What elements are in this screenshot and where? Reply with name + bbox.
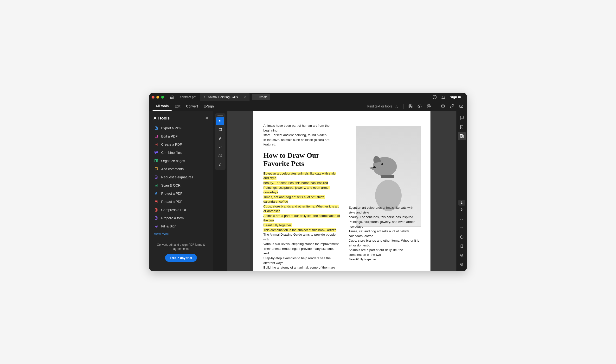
upload-cloud-icon[interactable] <box>417 104 422 108</box>
sidebar-item[interactable]: Request e-signatures <box>152 173 210 181</box>
page-up-icon[interactable]: ︿ <box>458 215 466 223</box>
svg-rect-24 <box>155 201 157 202</box>
sidebar-title: All tools <box>154 116 170 121</box>
minimize-window-button[interactable] <box>156 96 159 99</box>
sidebar-item-label: Request e-signatures <box>161 175 193 179</box>
text-box-tool[interactable]: A <box>216 152 224 160</box>
close-window-button[interactable] <box>152 96 154 99</box>
sidebar-item[interactable]: Export a PDF <box>152 124 210 132</box>
print-icon[interactable] <box>427 104 431 108</box>
svg-point-8 <box>443 105 444 106</box>
save-icon[interactable] <box>408 104 413 108</box>
sidebar-item-label: Edit a PDF <box>161 134 178 138</box>
divider <box>403 104 403 109</box>
rotate-icon[interactable] <box>458 233 466 241</box>
svg-rect-17 <box>155 160 156 162</box>
maximize-window-button[interactable] <box>161 96 164 99</box>
sidebar-item[interactable]: Combine files <box>152 149 210 157</box>
svg-rect-18 <box>156 160 158 162</box>
svg-rect-14 <box>155 151 156 152</box>
thumbnails-panel-icon[interactable] <box>458 132 466 140</box>
create-button[interactable]: ＋ Create <box>252 94 270 100</box>
draw-tool[interactable] <box>216 143 224 151</box>
sidebar-item[interactable]: Create a PDF <box>152 140 210 149</box>
menu-edit[interactable]: Edit <box>172 102 183 111</box>
page-display-icon[interactable] <box>458 242 466 250</box>
tool-icon <box>154 126 158 130</box>
pdf-page: Animals have been part of human art from… <box>253 111 430 271</box>
svg-point-2 <box>395 105 397 107</box>
close-tab-icon[interactable]: ✕ <box>243 95 246 99</box>
tool-icon <box>154 143 158 146</box>
sidebar-item[interactable]: Add comments <box>152 165 210 173</box>
help-icon[interactable] <box>432 95 437 99</box>
star-icon: ☆ <box>203 95 206 99</box>
eraser-tool[interactable] <box>216 160 224 169</box>
sidebar-item[interactable]: Scan & OCR <box>152 181 210 189</box>
total-pages: 9 <box>461 208 462 211</box>
sidebar: All tools ✕ Export a PDFEdit a PDFCreate… <box>149 111 213 271</box>
bookmarks-panel-icon[interactable] <box>458 123 466 131</box>
divider <box>436 104 436 109</box>
sidebar-item[interactable]: Prepare a form <box>152 214 210 222</box>
create-label: Create <box>259 95 268 99</box>
tool-icon <box>154 151 158 155</box>
mail-icon[interactable] <box>459 104 463 108</box>
tab-label: Animal Painting Skills.... <box>208 95 241 99</box>
sidebar-item[interactable]: Fill & Sign <box>152 222 210 230</box>
svg-line-45 <box>462 265 463 266</box>
signin-button[interactable]: Sign in <box>450 95 461 99</box>
bell-icon[interactable] <box>441 95 445 99</box>
close-sidebar-icon[interactable]: ✕ <box>205 116 208 121</box>
tool-icon <box>154 134 158 138</box>
svg-text:A: A <box>220 155 221 157</box>
search-box[interactable]: Find text or tools <box>367 104 398 108</box>
svg-rect-20 <box>155 184 157 187</box>
current-page-badge[interactable]: 1 <box>458 200 465 206</box>
sidebar-item-label: Combine files <box>161 151 182 155</box>
tool-icon <box>154 183 158 187</box>
svg-rect-19 <box>155 176 157 179</box>
document-viewport[interactable]: Animals have been part of human art from… <box>228 111 456 271</box>
tool-icon <box>154 167 158 171</box>
zoom-in-icon[interactable] <box>458 251 466 260</box>
sidebar-item-label: Add comments <box>161 167 184 171</box>
comments-panel-icon[interactable] <box>458 114 466 122</box>
tool-icon <box>154 224 158 228</box>
page-heading: How to Draw Our Favorite Pets <box>264 151 326 168</box>
home-button[interactable] <box>170 95 174 99</box>
menu-convert[interactable]: Convert <box>183 102 201 111</box>
divider <box>152 239 210 239</box>
highlight-tool[interactable] <box>216 134 224 143</box>
tab-contract[interactable]: contract.pdf <box>177 93 200 101</box>
free-trial-button[interactable]: Free 7-day trial <box>165 254 197 262</box>
zoom-out-icon[interactable] <box>458 260 466 269</box>
sidebar-item[interactable]: Organize pages <box>152 157 210 165</box>
comment-tool[interactable] <box>216 126 224 134</box>
svg-rect-4 <box>428 104 430 106</box>
menu-esign[interactable]: E-Sign <box>201 102 216 111</box>
search-icon <box>394 104 398 108</box>
view-more-link[interactable]: View more <box>152 230 210 238</box>
tab-animal-painting[interactable]: ☆ Animal Painting Skills.... ✕ <box>200 93 250 101</box>
body-paragraph: Egyptian art celebrates animals like cat… <box>264 171 340 271</box>
link-icon[interactable] <box>450 104 454 108</box>
sidebar-item[interactable]: Redact a PDF <box>152 198 210 206</box>
drag-handle[interactable] <box>217 115 223 116</box>
titlebar: contract.pdf ☆ Animal Painting Skills...… <box>149 93 467 101</box>
select-tool[interactable] <box>216 117 224 125</box>
sidebar-item-label: Compress a PDF <box>161 208 187 212</box>
svg-rect-22 <box>155 193 157 195</box>
svg-rect-16 <box>155 153 157 154</box>
app-window: contract.pdf ☆ Animal Painting Skills...… <box>149 93 467 271</box>
search-placeholder: Find text or tools <box>367 104 392 108</box>
svg-point-7 <box>442 105 443 106</box>
sidebar-item[interactable]: Protect a PDF <box>152 189 210 198</box>
page-down-icon[interactable]: ﹀ <box>458 224 466 232</box>
tab-label: contract.pdf <box>180 95 196 99</box>
ai-assist-icon[interactable] <box>441 104 445 108</box>
menu-all-tools[interactable]: All tools <box>153 102 172 111</box>
svg-point-6 <box>441 104 445 108</box>
sidebar-item[interactable]: Edit a PDF <box>152 132 210 140</box>
sidebar-item[interactable]: Compress a PDF <box>152 206 210 214</box>
